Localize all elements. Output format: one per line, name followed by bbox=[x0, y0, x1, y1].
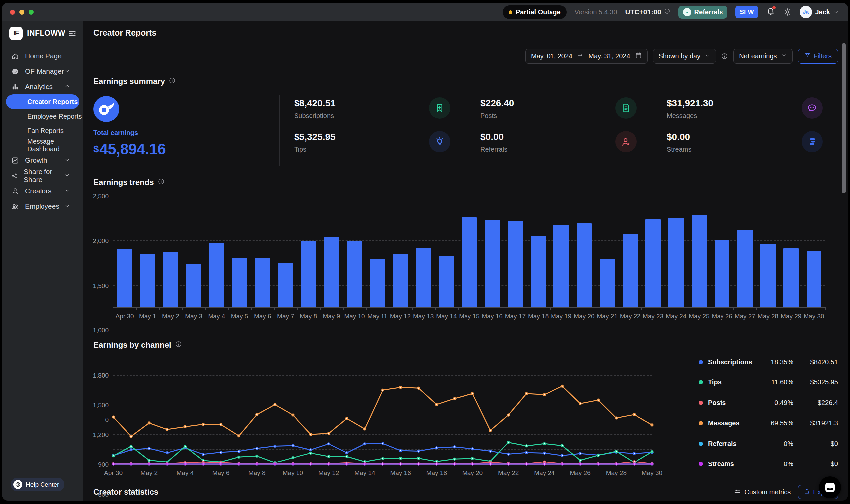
bar-may29[interactable] bbox=[783, 248, 798, 307]
bar-may14[interactable] bbox=[439, 256, 454, 307]
sfw-toggle[interactable]: SFW bbox=[736, 6, 758, 18]
vertical-scrollbar[interactable] bbox=[842, 43, 846, 193]
bar-may19[interactable] bbox=[554, 225, 569, 307]
bar-may7[interactable] bbox=[278, 263, 293, 307]
bar-may20[interactable] bbox=[577, 223, 592, 307]
bar-may23[interactable] bbox=[646, 219, 661, 307]
settings-button[interactable] bbox=[783, 7, 792, 16]
y-axis-label: 1,800 bbox=[93, 372, 109, 379]
bar-may16[interactable] bbox=[485, 220, 500, 307]
data-point-core bbox=[238, 456, 239, 457]
status-badge-label: Partial Outage bbox=[516, 8, 561, 16]
bar-may26[interactable] bbox=[715, 240, 730, 307]
sidebar-item-creators[interactable]: Creators bbox=[2, 183, 83, 199]
bar-may25[interactable] bbox=[692, 215, 707, 307]
sidebar-item-home-page[interactable]: Home Page bbox=[2, 49, 83, 64]
x-axis-tick bbox=[159, 307, 160, 310]
bar-may24[interactable] bbox=[668, 218, 684, 307]
sidebar-item-employees[interactable]: Employees bbox=[2, 199, 83, 214]
shown-by-select[interactable]: Shown by day bbox=[653, 49, 716, 64]
metric-select[interactable]: Net earnings bbox=[734, 49, 792, 64]
bar-may4[interactable] bbox=[209, 243, 224, 307]
bar-may2[interactable] bbox=[163, 252, 178, 307]
chevron-down-icon bbox=[65, 187, 70, 193]
bar-may12[interactable] bbox=[393, 254, 408, 307]
bar-may15[interactable] bbox=[462, 217, 477, 307]
sidebar-item-share-for-share[interactable]: Share for Share bbox=[2, 168, 83, 183]
user-menu[interactable]: Ja Jack bbox=[799, 6, 840, 18]
bar-may22[interactable] bbox=[622, 234, 638, 307]
bar-apr30[interactable] bbox=[117, 249, 132, 307]
bar-may1[interactable] bbox=[140, 254, 156, 307]
status-badge[interactable]: Partial Outage bbox=[503, 5, 567, 19]
data-point-core bbox=[598, 400, 599, 401]
sidebar-item-creator-reports[interactable]: Creator Reports bbox=[6, 94, 79, 109]
x-axis-label: May 13 bbox=[413, 313, 434, 320]
info-icon bbox=[169, 77, 176, 84]
bar-may17[interactable] bbox=[508, 221, 523, 307]
custom-metrics-button[interactable]: Custom metrics bbox=[734, 488, 791, 497]
bar-may11[interactable] bbox=[370, 259, 385, 307]
shown-by-info-icon[interactable] bbox=[721, 53, 728, 60]
x-axis-label: May 8 bbox=[248, 469, 266, 477]
bar-may5[interactable] bbox=[232, 258, 247, 307]
messenger-launcher[interactable] bbox=[819, 476, 841, 498]
sidebar-item-growth[interactable]: Growth bbox=[2, 153, 83, 168]
bar-may8[interactable] bbox=[301, 241, 316, 308]
filters-button[interactable]: Filters bbox=[798, 49, 838, 64]
bar-may30[interactable] bbox=[807, 251, 822, 307]
avatar: Ja bbox=[799, 6, 812, 18]
legend-dot-icon bbox=[699, 442, 703, 446]
x-axis-label: May 26 bbox=[570, 469, 590, 477]
help-center-button[interactable]: Help Center bbox=[11, 478, 65, 491]
data-point-core bbox=[651, 451, 652, 452]
sidebar-item-message-dashboard[interactable]: Message Dashboard bbox=[2, 138, 83, 153]
bar-may21[interactable] bbox=[600, 259, 615, 307]
data-point-core bbox=[580, 403, 581, 404]
chevron-down-icon bbox=[65, 172, 70, 178]
data-point-core bbox=[364, 428, 365, 429]
legend-row-posts[interactable]: Posts0.49%$226.4 bbox=[699, 399, 838, 407]
sidebar-item-of-manager[interactable]: OF Manager bbox=[2, 64, 83, 79]
x-axis-label: May 17 bbox=[505, 313, 526, 320]
data-point-core bbox=[238, 464, 239, 465]
x-axis-tick bbox=[780, 307, 780, 310]
legend-row-streams[interactable]: Streams0%$0 bbox=[699, 460, 838, 468]
chat-bubble-icon bbox=[807, 103, 817, 113]
sidebar-collapse-button[interactable] bbox=[68, 29, 77, 37]
bar-may18[interactable] bbox=[530, 236, 546, 307]
notifications-button[interactable] bbox=[766, 7, 775, 17]
bar-may27[interactable] bbox=[738, 230, 753, 307]
close-window-button[interactable] bbox=[10, 10, 15, 15]
bookmark-plus-icon bbox=[434, 103, 445, 113]
bar-may9[interactable] bbox=[324, 237, 339, 307]
earnings-by-channel-info-icon[interactable] bbox=[175, 340, 182, 349]
x-axis-tick bbox=[504, 307, 504, 310]
sidebar-item-fan-reports[interactable]: Fan Reports bbox=[2, 124, 83, 138]
date-range-picker[interactable]: May. 01, 2024 May. 31, 2024 bbox=[525, 49, 648, 64]
data-point-core bbox=[400, 464, 401, 465]
data-point-core bbox=[202, 462, 203, 463]
legend-row-subscriptions[interactable]: Subscriptions18.35%$8420.51 bbox=[699, 358, 838, 366]
earnings-trends-info-icon[interactable] bbox=[158, 178, 165, 187]
minimize-window-button[interactable] bbox=[19, 10, 24, 15]
timezone-info-icon[interactable] bbox=[664, 8, 670, 16]
legend-row-tips[interactable]: Tips11.60%$5325.95 bbox=[699, 378, 838, 386]
x-axis-tick bbox=[710, 307, 711, 310]
earnings-summary-info-icon[interactable] bbox=[169, 77, 176, 86]
sidebar-item-analytics[interactable]: Analytics bbox=[2, 79, 83, 94]
bar-may6[interactable] bbox=[255, 258, 270, 307]
bar-may28[interactable] bbox=[760, 244, 776, 307]
legend-row-messages[interactable]: Messages69.55%$31921.3 bbox=[699, 419, 838, 427]
calendar-icon bbox=[635, 52, 642, 61]
summary-messages: $31,921.30Messages bbox=[667, 96, 838, 130]
data-point-core bbox=[382, 443, 383, 444]
bar-may13[interactable] bbox=[416, 248, 431, 307]
bar-may10[interactable] bbox=[347, 241, 362, 308]
x-axis-tick bbox=[458, 307, 458, 310]
sidebar-item-employee-reports[interactable]: Employee Reports bbox=[2, 109, 83, 124]
zoom-window-button[interactable] bbox=[29, 10, 34, 15]
referrals-button[interactable]: Referrals bbox=[679, 6, 728, 19]
legend-row-referrals[interactable]: Referrals0%$0 bbox=[699, 440, 838, 448]
bar-may3[interactable] bbox=[186, 264, 201, 307]
